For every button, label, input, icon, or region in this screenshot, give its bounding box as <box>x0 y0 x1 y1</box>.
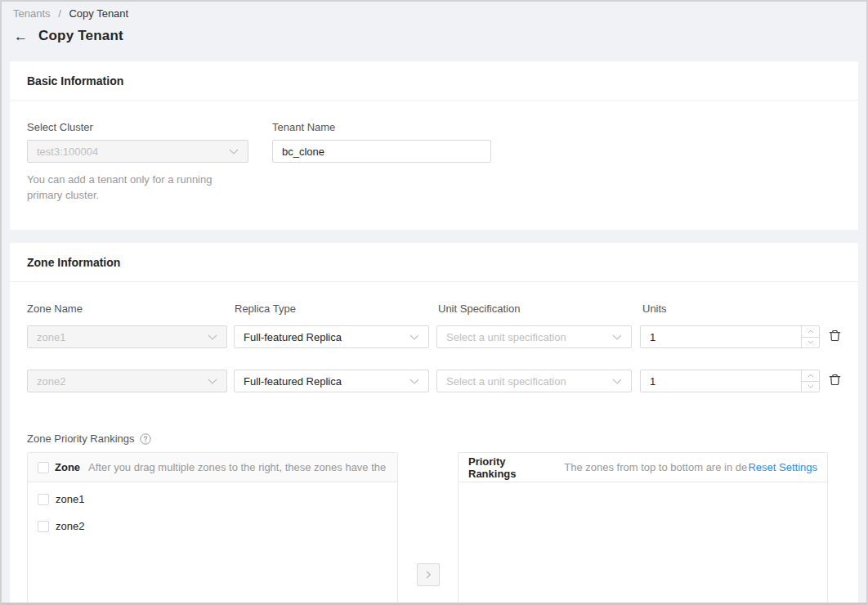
unit-spec-column-label: Unit Specification <box>438 302 634 315</box>
chevron-down-icon <box>612 379 622 384</box>
zone2-delete-button[interactable] <box>829 374 841 388</box>
zone2-units-spinner <box>801 370 819 392</box>
chevron-down-icon <box>612 334 622 340</box>
select-cluster-value: test3:100004 <box>37 146 222 158</box>
zone-source-panel-header: Zone After you drag multiple zones to th… <box>28 453 397 482</box>
priority-rankings-list <box>459 482 827 486</box>
priority-rankings-panel-header: Priority Rankings The zones from top to … <box>459 453 827 482</box>
zone-priority-rankings-label-row: Zone Priority Rankings <box>27 432 841 445</box>
zone2-unit-spec-placeholder: Select a unit specification <box>446 375 606 388</box>
zone-source-item-zone1[interactable]: zone1 <box>28 486 397 513</box>
basic-information-card: Basic Information Select Cluster test3:1… <box>10 61 858 230</box>
zone2-units-input[interactable]: 1 <box>640 370 820 392</box>
units-column-label: Units <box>642 302 823 315</box>
zone1-unit-spec-placeholder: Select a unit specification <box>446 331 606 343</box>
chevron-right-icon <box>424 569 432 581</box>
zone-row-2: zone2 Full-featured Replica Select a uni… <box>27 370 841 392</box>
zone1-unit-spec-dropdown[interactable]: Select a unit specification <box>436 325 632 348</box>
tenant-name-input[interactable] <box>272 140 491 163</box>
zone-source-panel-title: Zone <box>55 461 80 473</box>
zone1-name-value: zone1 <box>37 331 201 343</box>
replica-type-column-label: Replica Type <box>235 302 431 315</box>
select-all-zones-checkbox[interactable] <box>38 462 49 473</box>
breadcrumb-tenants[interactable]: Tenants <box>13 7 51 20</box>
select-cluster-field: Select Cluster test3:100004 You can add … <box>27 121 248 203</box>
zone2-item-label: zone2 <box>56 520 84 532</box>
zone2-name-dropdown[interactable]: zone2 <box>27 370 227 392</box>
breadcrumb-separator: / <box>58 7 61 20</box>
zone1-units-spinner <box>801 326 819 347</box>
zone1-checkbox[interactable] <box>38 494 49 505</box>
chevron-down-icon <box>409 379 419 384</box>
zone-row-1: zone1 Full-featured Replica Select a uni… <box>27 325 841 348</box>
zone-source-item-zone2[interactable]: zone2 <box>28 513 397 540</box>
spinner-down-icon[interactable] <box>802 382 819 392</box>
zone-name-column-label: Zone Name <box>27 302 228 315</box>
back-arrow-icon[interactable]: ← <box>14 29 28 43</box>
chevron-down-icon <box>208 334 217 340</box>
zone2-unit-spec-dropdown[interactable]: Select a unit specification <box>436 370 632 392</box>
chevron-down-icon <box>229 149 239 155</box>
zone-priority-transfer: Zone After you drag multiple zones to th… <box>27 452 841 605</box>
zone2-name-value: zone2 <box>37 375 201 388</box>
help-circle-icon[interactable] <box>140 433 151 445</box>
spinner-down-icon[interactable] <box>802 338 819 348</box>
zone-information-title: Zone Information <box>10 243 858 282</box>
zone-information-card: Zone Information Zone Name Replica Type … <box>10 243 858 605</box>
spinner-up-icon[interactable] <box>802 326 819 338</box>
breadcrumb: Tenants / Copy Tenant <box>2 2 866 20</box>
zone1-units-value: 1 <box>641 326 801 347</box>
chevron-down-icon <box>409 334 419 340</box>
zone1-delete-button[interactable] <box>829 329 841 344</box>
priority-rankings-title: Priority Rankings <box>468 455 553 480</box>
priority-rankings-panel: Priority Rankings The zones from top to … <box>458 452 828 605</box>
zone1-item-label: zone1 <box>56 493 84 505</box>
select-cluster-help: You can add a tenant only for a running … <box>27 172 249 203</box>
zone2-replica-type-value: Full-featured Replica <box>244 375 403 388</box>
select-cluster-label: Select Cluster <box>27 121 248 133</box>
spinner-up-icon[interactable] <box>802 370 819 382</box>
zone-priority-rankings-label: Zone Priority Rankings <box>27 432 135 445</box>
zone1-name-dropdown[interactable]: zone1 <box>27 325 227 348</box>
priority-rankings-hint: The zones from top to bottom are in de..… <box>564 461 748 473</box>
copy-tenant-page: Tenants / Copy Tenant ← Copy Tenant Basi… <box>0 0 868 605</box>
zone1-units-input[interactable]: 1 <box>640 325 820 348</box>
trash-icon <box>829 329 841 344</box>
zone2-replica-type-dropdown[interactable]: Full-featured Replica <box>234 370 429 392</box>
page-header: ← Copy Tenant <box>2 28 866 44</box>
tenant-name-field: Tenant Name <box>272 121 491 203</box>
tenant-name-label: Tenant Name <box>272 121 491 133</box>
zone-source-list: zone1 zone2 <box>28 482 397 540</box>
zone-table-header: Zone Name Replica Type Unit Specificatio… <box>27 302 841 315</box>
zone-source-panel-hint: After you drag multiple zones to the rig… <box>88 461 387 473</box>
page-title: Copy Tenant <box>38 28 123 44</box>
select-cluster-dropdown[interactable]: test3:100004 <box>27 140 248 163</box>
zone1-replica-type-value: Full-featured Replica <box>244 331 403 343</box>
zone1-replica-type-dropdown[interactable]: Full-featured Replica <box>234 325 429 348</box>
zone2-checkbox[interactable] <box>38 521 49 532</box>
chevron-down-icon <box>208 379 217 384</box>
basic-information-title: Basic Information <box>10 61 858 101</box>
zone-source-panel: Zone After you drag multiple zones to th… <box>27 452 398 605</box>
move-right-button[interactable] <box>417 563 440 586</box>
trash-icon <box>829 374 841 388</box>
zone2-units-value: 1 <box>641 370 801 392</box>
reset-settings-link[interactable]: Reset Settings <box>748 461 817 473</box>
breadcrumb-current: Copy Tenant <box>69 7 128 20</box>
transfer-controls <box>398 452 458 605</box>
